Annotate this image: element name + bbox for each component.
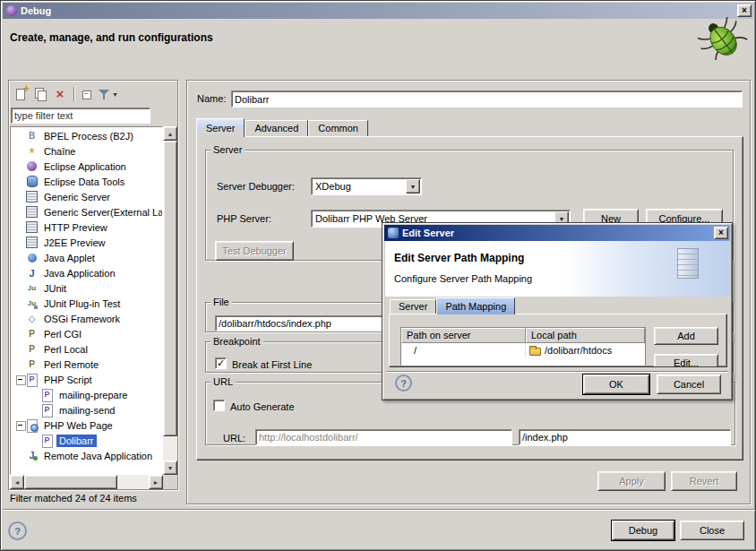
new-configuration-button[interactable] — [11, 84, 30, 104]
tree-item-label: Dolibarr — [56, 435, 97, 447]
filter-status: Filter matched 24 of 24 items — [10, 493, 137, 504]
dialog-close-button[interactable]: × — [714, 227, 728, 239]
tree-row[interactable]: Eclipse Data Tools — [11, 174, 162, 189]
tree-vertical-scrollbar[interactable]: ▲ ▼ — [163, 126, 177, 475]
tree-row[interactable]: J2EE Preview — [11, 235, 162, 250]
edit-server-dialog: Edit Server × Edit Server Path Mapping C… — [382, 222, 733, 400]
cancel-button[interactable]: Cancel — [657, 375, 721, 394]
url-path-input[interactable] — [519, 429, 731, 445]
tree-row[interactable]: JUnit — [11, 280, 162, 296]
add-button[interactable]: Add — [654, 327, 718, 345]
tree-item-label: Generic Server(External La — [41, 206, 163, 219]
ok-button[interactable]: OK — [583, 375, 649, 394]
tree-row[interactable]: PHP Script — [11, 372, 162, 387]
tab[interactable]: Server — [390, 299, 436, 314]
dialog-help-button[interactable]: ? — [395, 375, 412, 392]
auto-generate-checkbox[interactable] — [213, 400, 225, 411]
php-file-icon — [40, 403, 54, 417]
tab[interactable]: Path Mapping — [436, 297, 515, 314]
dialog-titlebar: Edit Server × — [384, 225, 730, 241]
table-row[interactable]: / /dolibarr/htdocs — [401, 343, 645, 357]
scroll-left-button[interactable]: ◄ — [10, 475, 24, 489]
collapse-all-button[interactable] — [78, 84, 98, 104]
apply-button[interactable]: Apply — [597, 471, 666, 491]
chain-icon — [25, 144, 39, 158]
dialog-subheading: Configure Server Path Mapping — [394, 273, 532, 284]
test-debugger-button[interactable]: Test Debugger — [215, 241, 294, 261]
debug-button[interactable]: Debug — [612, 521, 674, 540]
tree-row[interactable]: Perl CGI — [11, 326, 162, 341]
local-path-value: /dolibarr/htdocs — [545, 345, 612, 356]
tree-item-label: mailing-send — [56, 404, 117, 417]
tree-row[interactable]: JUnit Plug-in Test — [11, 296, 162, 311]
tree-row[interactable]: mailing-prepare — [11, 387, 162, 402]
tree-row[interactable]: OSGi Framework — [11, 311, 162, 326]
break-first-line-label: Break at First Line — [232, 359, 312, 370]
help-icon: ? — [14, 526, 21, 537]
tab[interactable]: Server — [196, 118, 245, 137]
php-file-icon — [40, 434, 54, 447]
table-header-cell[interactable]: Local path — [526, 328, 645, 343]
tree-row[interactable]: Eclipse Application — [11, 159, 162, 174]
tree-horizontal-scrollbar[interactable]: ◄ ► — [10, 475, 163, 489]
auto-generate-label: Auto Generate — [230, 401, 295, 412]
name-input[interactable] — [231, 90, 743, 108]
junit-plugin-icon — [25, 297, 39, 310]
tree-row[interactable]: HTTP Preview — [11, 220, 162, 235]
url-base-input[interactable] — [255, 429, 512, 445]
window-close-button[interactable]: × — [737, 4, 752, 17]
tab-label: Server — [399, 301, 427, 312]
close-button[interactable]: Close — [680, 521, 744, 540]
break-first-line-checkbox[interactable]: ✓ — [215, 357, 227, 369]
generic-server-icon — [25, 205, 39, 219]
tree-row[interactable]: Perl Local — [11, 341, 162, 357]
tree-expand-handle[interactable] — [15, 418, 25, 433]
dropdown-arrow-icon[interactable]: ▼ — [406, 179, 420, 194]
tree-row[interactable]: BPEL Process (B2J) — [11, 128, 162, 143]
tree-item-label: Java Applet — [41, 252, 98, 264]
tree-row[interactable]: Java Application — [11, 265, 162, 280]
tree-row[interactable]: mailing-send — [11, 402, 162, 418]
table-header-cell[interactable]: Path on server — [401, 328, 526, 343]
scroll-up-button[interactable]: ▲ — [163, 126, 177, 141]
php-web-icon — [25, 418, 39, 432]
eclipse-icon — [6, 5, 17, 16]
tree-row[interactable]: PHP Web Page — [11, 418, 162, 433]
tree-row[interactable]: Java Applet — [11, 250, 162, 265]
tree-row[interactable]: Dolibarr — [11, 433, 162, 448]
help-icon: ? — [400, 378, 407, 389]
horizontal-scroll-thumb[interactable] — [24, 475, 117, 489]
perl-icon — [25, 357, 39, 371]
tree-item-label: Chaîne — [41, 145, 78, 158]
bug-icon — [698, 17, 748, 60]
revert-button[interactable]: Revert — [671, 471, 737, 491]
tree-row[interactable]: Generic Server(External La — [11, 204, 162, 220]
filter-icon — [99, 87, 110, 101]
tree-expand-handle[interactable] — [15, 372, 25, 387]
filter-button[interactable]: ▼ — [98, 84, 119, 104]
server-debugger-value: XDebug — [312, 181, 405, 192]
scroll-right-button[interactable]: ► — [149, 475, 163, 489]
http-preview-icon — [25, 220, 39, 234]
tab-label: Server — [206, 123, 235, 133]
edit-button[interactable]: Edit... — [654, 354, 718, 367]
duplicate-button[interactable] — [30, 84, 50, 104]
tree-item-label: BPEL Process (B2J) — [41, 130, 136, 142]
filter-input[interactable] — [11, 108, 150, 124]
tab[interactable]: Common — [308, 120, 368, 136]
help-button[interactable]: ? — [8, 521, 27, 540]
vertical-scroll-thumb[interactable] — [163, 141, 177, 436]
tree-item-label: Perl Local — [41, 343, 90, 356]
tree-row[interactable]: Perl Remote — [11, 357, 162, 372]
path-mapping-table: Path on serverLocal path / /dolibarr/htd… — [400, 327, 646, 366]
tree-item-label: OSGi Framework — [41, 313, 123, 325]
delete-button[interactable] — [50, 84, 70, 104]
file-group-legend: File — [210, 297, 232, 307]
scroll-down-button[interactable]: ▼ — [163, 461, 177, 475]
server-debugger-select[interactable]: XDebug ▼ — [311, 177, 422, 195]
tree-row[interactable]: Remote Java Application — [11, 448, 162, 463]
tree-row[interactable]: Generic Server — [11, 189, 162, 204]
tab[interactable]: Advanced — [245, 120, 308, 136]
tree-row[interactable]: Chaîne — [11, 143, 162, 159]
configurations-toolbar: ▼ — [11, 83, 119, 105]
